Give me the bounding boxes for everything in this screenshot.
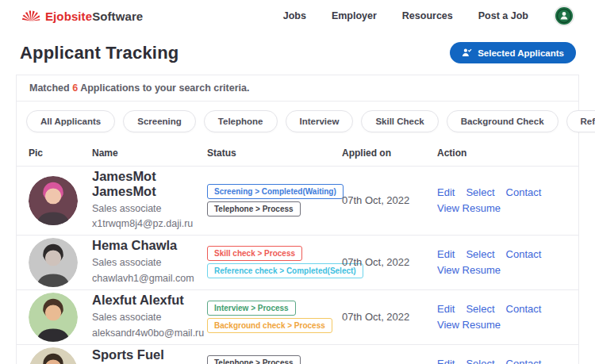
status-badge: Background check > Process [207,318,332,333]
brand-logo[interactable]: EjobsiteSoftware [21,10,143,23]
applicant-role: Sales associate [92,310,207,325]
top-navbar: EjobsiteSoftware Jobs Employer Resources… [0,0,595,30]
applied-date: 07th Oct, 2022 [342,256,437,268]
edit-link[interactable]: Edit [437,186,455,198]
select-link[interactable]: Select [466,303,494,315]
status-badge: Telephone > Process [207,201,301,216]
select-link[interactable]: Select [466,248,494,260]
view-resume-link[interactable]: View Resume [437,264,501,276]
applicant-email: aleksandr4w0bo@mail.ru [92,326,207,341]
applicant-name: Hema Chawla [92,238,207,253]
edit-link[interactable]: Edit [437,303,455,315]
table-row: JamesMot JamesMot Sales associate x1trwq… [17,167,578,236]
table-row: Alexfut Alexfut Sales associate aleksand… [17,290,578,345]
page-header: Applicant Tracking Selected Applicants [0,30,595,75]
contact-link[interactable]: Contact [506,358,542,364]
column-header-name: Name [92,148,207,159]
status-badge: Reference check > Completed(Select) [207,263,363,278]
status-badge: Screening > Completed(Waiting) [207,184,344,199]
applicant-photo [29,238,78,287]
edit-link[interactable]: Edit [437,358,455,364]
view-resume-link[interactable]: View Resume [437,202,501,214]
applicant-photo [29,347,78,364]
filter-background-check[interactable]: Background Check [447,110,559,132]
applicant-photo [29,176,78,225]
applicant-name: JamesMot JamesMot [92,169,207,199]
user-avatar[interactable] [554,6,574,26]
status-badge: Telephone > Process [207,355,301,364]
column-header-action: Action [437,148,566,159]
person-check-icon [462,48,472,58]
filter-pills: All Applicants Screening Telephone Inter… [17,102,578,140]
applicant-email: chawlavh1@gmail.com [92,271,207,286]
applicant-name: Alexfut Alexfut [92,293,207,308]
contact-link[interactable]: Contact [506,303,542,315]
filter-telephone[interactable]: Telephone [204,110,278,132]
select-link[interactable]: Select [466,358,494,364]
fan-logo-icon [21,10,41,22]
column-header-status: Status [207,148,342,159]
applicant-name: Sports Fuel [92,347,207,362]
column-header-pic: Pic [29,148,92,159]
user-avatar-logo-icon [555,6,574,25]
table-row: Hema Chawla Sales associate chawlavh1@gm… [17,236,578,290]
matched-summary: Matched 6 Applications to your search cr… [17,75,578,102]
view-resume-link[interactable]: View Resume [437,319,501,331]
select-link[interactable]: Select [466,186,494,198]
nav-item-post-a-job[interactable]: Post a Job [478,10,528,21]
nav-item-resources[interactable]: Resources [402,10,453,21]
status-badge: Interview > Process [207,301,296,316]
selected-applicants-button[interactable]: Selected Applicants [450,42,576,63]
filter-reference-check[interactable]: Reference Check [566,110,595,132]
main-nav: Jobs Employer Resources Post a Job [283,6,574,26]
filter-skill-check[interactable]: Skill Check [361,110,438,132]
filter-screening[interactable]: Screening [123,110,196,132]
status-badge: Skill check > Process [207,246,302,261]
applicants-panel: Matched 6 Applications to your search cr… [16,75,579,364]
filter-interview[interactable]: Interview [286,110,354,132]
contact-link[interactable]: Contact [506,186,542,198]
nav-item-employer[interactable]: Employer [332,10,377,21]
page-title: Applicant Tracking [20,43,178,63]
applicant-role: Sales associate [92,201,207,216]
applicant-role: Sales associate [92,255,207,270]
nav-item-jobs[interactable]: Jobs [283,10,306,21]
edit-link[interactable]: Edit [437,248,455,260]
applied-date: 07th Oct, 2022 [342,311,437,323]
selected-applicants-label: Selected Applicants [478,48,564,58]
logo-text: EjobsiteSoftware [45,10,143,23]
column-header-applied-on: Applied on [342,148,437,159]
contact-link[interactable]: Contact [506,248,542,260]
applicant-photo [29,293,78,342]
applicant-email: x1trwqm8j4@pz.daji.ru [92,216,207,232]
filter-all-applicants[interactable]: All Applicants [26,110,115,132]
table-header: Pic Name Status Applied on Action [17,140,578,167]
table-row: Sports Fuel Sales associate abcde@abcd.c… [17,345,578,364]
applied-date: 07th Oct, 2022 [342,194,437,206]
